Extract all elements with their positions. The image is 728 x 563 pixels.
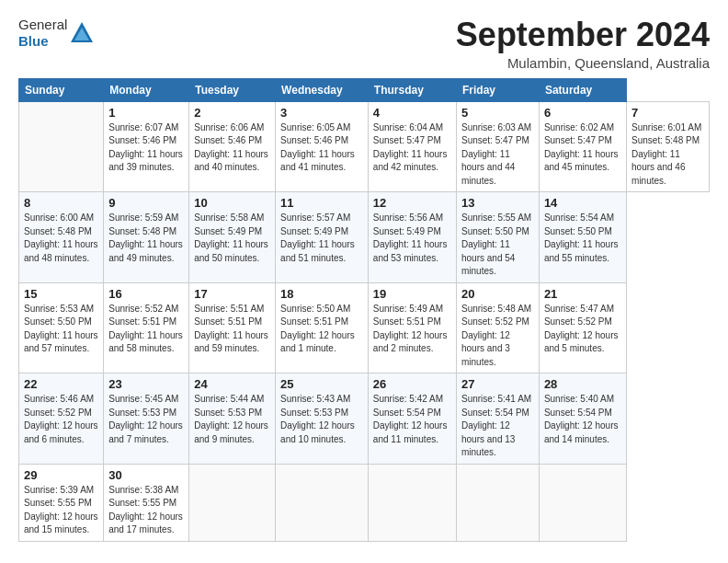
col-friday: Friday xyxy=(456,78,539,101)
day-info: Sunrise: 5:45 AMSunset: 5:53 PMDaylight:… xyxy=(108,394,183,444)
calendar-page: General Blue September 2024 Mulambin, Qu… xyxy=(0,0,728,563)
table-row: 19 Sunrise: 5:49 AMSunset: 5:51 PMDaylig… xyxy=(368,282,456,373)
table-row: 8 Sunrise: 6:00 AMSunset: 5:48 PMDayligh… xyxy=(19,192,104,283)
calendar-week-3: 22 Sunrise: 5:46 AMSunset: 5:52 PMDaylig… xyxy=(19,373,710,465)
table-row: 22 Sunrise: 5:46 AMSunset: 5:52 PMDaylig… xyxy=(19,373,104,465)
table-row: 26 Sunrise: 5:42 AMSunset: 5:54 PMDaylig… xyxy=(368,373,456,465)
day-info: Sunrise: 5:51 AMSunset: 5:51 PMDaylight:… xyxy=(194,304,268,354)
day-number: 11 xyxy=(280,196,363,210)
day-number: 20 xyxy=(461,287,534,301)
header: General Blue September 2024 Mulambin, Qu… xyxy=(18,17,710,71)
calendar-week-0: 1 Sunrise: 6:07 AMSunset: 5:46 PMDayligh… xyxy=(19,101,710,192)
day-info: Sunrise: 5:49 AMSunset: 5:51 PMDaylight:… xyxy=(373,304,448,354)
day-number: 23 xyxy=(108,377,184,391)
day-info: Sunrise: 5:59 AMSunset: 5:48 PMDaylight:… xyxy=(108,213,183,263)
day-number: 30 xyxy=(108,468,184,482)
header-row: Sunday Monday Tuesday Wednesday Thursday… xyxy=(19,78,710,101)
day-info: Sunrise: 6:03 AMSunset: 5:47 PMDaylight:… xyxy=(461,122,531,186)
logo-general: General xyxy=(18,17,67,33)
table-row xyxy=(276,464,369,541)
calendar-week-4: 29 Sunrise: 5:39 AMSunset: 5:55 PMDaylig… xyxy=(19,464,710,541)
day-number: 12 xyxy=(373,196,451,210)
day-info: Sunrise: 5:44 AMSunset: 5:53 PMDaylight:… xyxy=(194,394,268,444)
table-row: 15 Sunrise: 5:53 AMSunset: 5:50 PMDaylig… xyxy=(19,282,104,373)
col-wednesday: Wednesday xyxy=(276,78,369,101)
day-number: 13 xyxy=(461,196,534,210)
day-number: 21 xyxy=(544,287,621,301)
table-row: 1 Sunrise: 6:07 AMSunset: 5:46 PMDayligh… xyxy=(104,101,189,192)
table-row xyxy=(368,464,456,541)
day-number: 14 xyxy=(544,196,621,210)
day-number: 5 xyxy=(461,106,534,120)
day-number: 22 xyxy=(24,377,98,391)
table-row xyxy=(456,464,539,541)
logo: General Blue xyxy=(18,17,95,50)
day-info: Sunrise: 5:53 AMSunset: 5:50 PMDaylight:… xyxy=(24,304,98,354)
table-row: 9 Sunrise: 5:59 AMSunset: 5:48 PMDayligh… xyxy=(104,192,189,283)
logo-icon xyxy=(69,20,95,46)
day-number: 4 xyxy=(373,106,451,120)
day-number: 29 xyxy=(24,468,98,482)
logo-blue: Blue xyxy=(18,33,67,50)
table-row: 16 Sunrise: 5:52 AMSunset: 5:51 PMDaylig… xyxy=(104,282,189,373)
table-row: 21 Sunrise: 5:47 AMSunset: 5:52 PMDaylig… xyxy=(539,282,626,373)
day-info: Sunrise: 5:40 AMSunset: 5:54 PMDaylight:… xyxy=(544,394,619,444)
day-info: Sunrise: 5:54 AMSunset: 5:50 PMDaylight:… xyxy=(544,213,619,263)
day-number: 18 xyxy=(280,287,363,301)
col-sunday: Sunday xyxy=(19,78,104,101)
table-row: 3 Sunrise: 6:05 AMSunset: 5:46 PMDayligh… xyxy=(276,101,369,192)
month-title: September 2024 xyxy=(456,17,710,53)
table-row: 7 Sunrise: 6:01 AMSunset: 5:48 PMDayligh… xyxy=(627,101,710,192)
day-info: Sunrise: 5:43 AMSunset: 5:53 PMDaylight:… xyxy=(280,394,355,444)
table-row: 6 Sunrise: 6:02 AMSunset: 5:47 PMDayligh… xyxy=(539,101,626,192)
day-number: 26 xyxy=(373,377,451,391)
table-row xyxy=(19,101,104,192)
day-info: Sunrise: 5:56 AMSunset: 5:49 PMDaylight:… xyxy=(373,213,448,263)
table-row: 5 Sunrise: 6:03 AMSunset: 5:47 PMDayligh… xyxy=(456,101,539,192)
day-info: Sunrise: 6:07 AMSunset: 5:46 PMDaylight:… xyxy=(108,122,183,173)
day-info: Sunrise: 5:38 AMSunset: 5:55 PMDaylight:… xyxy=(108,485,183,535)
day-info: Sunrise: 5:50 AMSunset: 5:51 PMDaylight:… xyxy=(280,304,355,354)
day-number: 19 xyxy=(373,287,451,301)
table-row: 30 Sunrise: 5:38 AMSunset: 5:55 PMDaylig… xyxy=(104,464,189,541)
day-number: 10 xyxy=(194,196,270,210)
day-info: Sunrise: 5:48 AMSunset: 5:52 PMDaylight:… xyxy=(461,304,531,367)
day-info: Sunrise: 5:46 AMSunset: 5:52 PMDaylight:… xyxy=(24,394,98,444)
table-row xyxy=(539,464,626,541)
day-number: 3 xyxy=(280,106,363,120)
table-row: 17 Sunrise: 5:51 AMSunset: 5:51 PMDaylig… xyxy=(189,282,276,373)
col-thursday: Thursday xyxy=(368,78,456,101)
day-info: Sunrise: 5:41 AMSunset: 5:54 PMDaylight:… xyxy=(461,394,531,457)
day-info: Sunrise: 5:39 AMSunset: 5:55 PMDaylight:… xyxy=(24,485,98,535)
table-row: 28 Sunrise: 5:40 AMSunset: 5:54 PMDaylig… xyxy=(539,373,626,465)
day-number: 9 xyxy=(108,196,184,210)
table-row: 27 Sunrise: 5:41 AMSunset: 5:54 PMDaylig… xyxy=(456,373,539,465)
calendar-table: Sunday Monday Tuesday Wednesday Thursday… xyxy=(18,78,710,542)
table-row: 24 Sunrise: 5:44 AMSunset: 5:53 PMDaylig… xyxy=(189,373,276,465)
table-row xyxy=(189,464,276,541)
table-row: 12 Sunrise: 5:56 AMSunset: 5:49 PMDaylig… xyxy=(368,192,456,283)
calendar-body: 1 Sunrise: 6:07 AMSunset: 5:46 PMDayligh… xyxy=(19,101,710,541)
day-info: Sunrise: 6:06 AMSunset: 5:46 PMDaylight:… xyxy=(194,122,268,173)
table-row: 10 Sunrise: 5:58 AMSunset: 5:49 PMDaylig… xyxy=(189,192,276,283)
table-row: 25 Sunrise: 5:43 AMSunset: 5:53 PMDaylig… xyxy=(276,373,369,465)
day-info: Sunrise: 5:47 AMSunset: 5:52 PMDaylight:… xyxy=(544,304,619,354)
day-info: Sunrise: 5:55 AMSunset: 5:50 PMDaylight:… xyxy=(461,213,531,276)
table-row: 29 Sunrise: 5:39 AMSunset: 5:55 PMDaylig… xyxy=(19,464,104,541)
calendar-week-1: 8 Sunrise: 6:00 AMSunset: 5:48 PMDayligh… xyxy=(19,192,710,283)
col-monday: Monday xyxy=(104,78,189,101)
day-number: 2 xyxy=(194,106,270,120)
col-saturday: Saturday xyxy=(539,78,626,101)
table-row: 13 Sunrise: 5:55 AMSunset: 5:50 PMDaylig… xyxy=(456,192,539,283)
table-row: 23 Sunrise: 5:45 AMSunset: 5:53 PMDaylig… xyxy=(104,373,189,465)
day-info: Sunrise: 6:04 AMSunset: 5:47 PMDaylight:… xyxy=(373,122,448,173)
day-info: Sunrise: 5:57 AMSunset: 5:49 PMDaylight:… xyxy=(280,213,355,263)
table-row: 4 Sunrise: 6:04 AMSunset: 5:47 PMDayligh… xyxy=(368,101,456,192)
col-tuesday: Tuesday xyxy=(189,78,276,101)
day-info: Sunrise: 5:42 AMSunset: 5:54 PMDaylight:… xyxy=(373,394,448,444)
day-number: 16 xyxy=(108,287,184,301)
table-row: 11 Sunrise: 5:57 AMSunset: 5:49 PMDaylig… xyxy=(276,192,369,283)
table-row: 14 Sunrise: 5:54 AMSunset: 5:50 PMDaylig… xyxy=(539,192,626,283)
day-number: 25 xyxy=(280,377,363,391)
day-number: 7 xyxy=(631,106,704,120)
